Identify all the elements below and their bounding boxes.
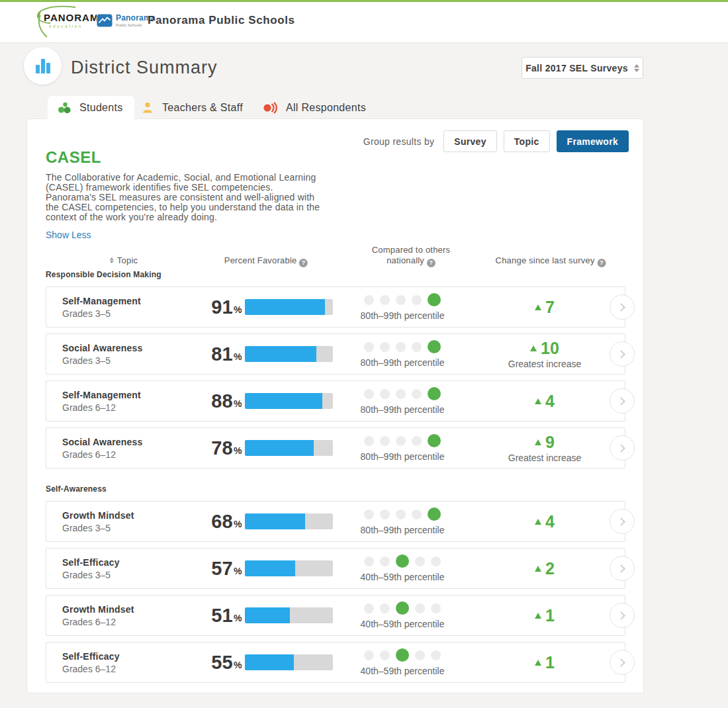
help-icon[interactable]: ? [299,259,308,267]
increase-arrow-icon [535,519,541,525]
change-note: Greatest increase [508,453,582,463]
topic-grades: Grades 6–12 [62,402,189,413]
change-note: Greatest increase [508,359,582,369]
tab-all-respondents[interactable]: All Respondents [263,96,366,119]
change-cell: 4 [495,381,594,421]
show-less-link[interactable]: Show Less [46,230,91,240]
percent-bar-track [245,393,333,409]
district-badge: Panorama Public Schools [97,14,156,27]
survey-selector-dropdown[interactable]: Fall 2017 SEL Surveys [522,57,643,79]
table-row[interactable]: Self-Efficacy Grades 3–5 57 % 40th–59th … [46,548,625,589]
group-by-framework-button[interactable]: Framework [557,130,629,152]
row-detail-button[interactable] [610,650,635,675]
students-icon [58,101,71,114]
top-accent-line [0,0,728,2]
chevron-right-icon [617,444,625,453]
section-label: Self-Awareness [46,484,625,494]
table-row[interactable]: Social Awareness Grades 6–12 78 % 80th–9… [46,427,625,468]
change-value: 4 [545,392,555,411]
group-results-by-label: Group results by [363,136,435,147]
help-icon[interactable]: ? [427,259,435,267]
change-value: 10 [541,339,559,358]
increase-arrow-icon [535,660,541,666]
percentile-dot [412,509,422,519]
chevron-right-icon [617,350,625,359]
row-detail-button[interactable] [610,509,635,534]
percentile-dot-active [428,434,441,447]
tab-all-respondents-label: All Respondents [286,102,366,114]
row-detail-button[interactable] [610,294,635,320]
percent-bar-fill [245,513,304,529]
percent-value: 51 [189,605,233,627]
tab-teachers-staff[interactable]: Teachers & Staff [141,96,243,119]
percentile-dot [364,603,374,613]
percent-sign: % [234,398,242,409]
tab-students-label: Students [79,102,123,114]
percent-value: 57 [189,558,233,580]
topic-cell: Self-Management Grades 3–5 [46,296,189,319]
tab-students[interactable]: Students [48,96,134,119]
percent-bar-fill [245,346,316,362]
percentile-dot-active [428,340,441,353]
percent-bar-fill [245,299,325,315]
topic-grades: Grades 3–5 [62,355,189,366]
table-row[interactable]: Growth Mindset Grades 6–12 51 % 40th–59t… [46,595,625,636]
table-row[interactable]: Self-Management Grades 6–12 88 % 80th–99… [46,380,625,421]
topic-grades: Grades 3–5 [62,308,189,319]
percent-bar-track [245,440,333,456]
help-icon[interactable]: ? [597,259,606,267]
topic-cell: Growth Mindset Grades 6–12 [46,604,189,627]
row-detail-button[interactable] [610,603,635,628]
page-title: District Summary [71,58,218,78]
percent-bar-track [245,346,333,362]
change-cell: 1 [495,642,594,682]
percent-sign: % [234,445,242,456]
topic-name: Self-Management [62,390,189,400]
percentile-dot [380,436,390,446]
percentile-dots [364,601,441,615]
increase-arrow-icon [535,304,541,310]
percent-favorable-cell: 88 % [189,390,333,412]
national-comparison-cell: 80th–99th percentile [336,381,469,421]
framework-description: CASEL The Collaborative for Academic, So… [46,148,324,241]
national-comparison-cell: 40th–59th percentile [336,549,469,588]
chevron-right-icon [617,303,625,312]
percentile-dot-active [428,293,441,306]
row-detail-button[interactable] [610,388,635,414]
table-row[interactable]: Self-Management Grades 3–5 91 % 80th–99t… [46,287,625,328]
topic-cell: Growth Mindset Grades 3–5 [46,510,189,533]
table-row[interactable]: Growth Mindset Grades 3–5 68 % 80th–99th… [46,501,625,542]
topic-grades: Grades 6–12 [62,664,189,674]
change-value: 7 [545,298,555,317]
row-detail-button[interactable] [610,556,635,581]
chevron-right-icon [617,517,625,526]
percent-sign: % [234,660,242,670]
percentile-dot [412,436,422,446]
percentile-dot [431,603,441,613]
percentile-dot [412,295,422,305]
change-cell: 4 [495,502,594,541]
column-header-change: Change since last survey ? [496,255,606,267]
group-by-survey-button[interactable]: Survey [443,130,497,152]
column-header-percent-favorable: Percent Favorable ? [224,255,308,267]
percent-bar-fill [245,393,322,409]
percent-sign: % [234,566,242,576]
panorama-education-logo: PANORAMA education [33,4,97,40]
table-row[interactable]: Social Awareness Grades 3–5 81 % 80th–99… [46,333,625,375]
column-header-topic[interactable]: Topic [110,255,138,265]
percent-bar-track [245,513,333,529]
percentile-dot-active [396,648,409,662]
row-detail-button[interactable] [610,435,635,461]
percentile-label: 80th–99th percentile [361,451,445,462]
percentile-dot [364,342,374,352]
svg-text:PANORAMA: PANORAMA [44,12,97,23]
group-by-topic-button[interactable]: Topic [504,130,550,152]
percentile-dots [364,387,441,400]
table-row[interactable]: Self-Efficacy Grades 6–12 55 % 40th–59th… [46,642,625,683]
district-summary-icon-circle [24,47,62,85]
increase-arrow-icon [535,566,541,572]
row-detail-button[interactable] [610,341,635,367]
change-value: 9 [545,433,555,452]
percent-sign: % [234,304,242,315]
topic-cell: Self-Efficacy Grades 3–5 [46,557,189,580]
